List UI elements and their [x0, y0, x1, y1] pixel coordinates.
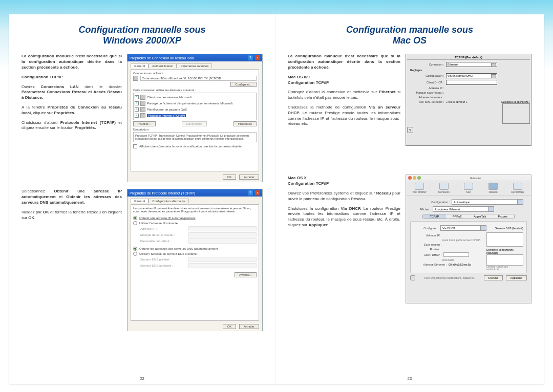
osx-config-select[interactable]: Automatique	[452, 199, 523, 205]
cancel-button[interactable]: Annuler	[239, 175, 259, 180]
tab-tcpip[interactable]: TCP/IP	[423, 214, 446, 219]
cancel-button[interactable]: Annuler	[239, 324, 259, 329]
monitor-icon	[439, 183, 449, 190]
xp-window-title: Propriétés de Connexion au réseau local	[130, 56, 194, 60]
lock-icon[interactable]	[410, 275, 415, 280]
close-icon[interactable]: ×	[255, 55, 260, 60]
osx-search-input[interactable]	[486, 254, 523, 266]
tcpip-icon	[140, 113, 145, 118]
uninstall-button: Désinstaller	[182, 121, 207, 126]
close-icon[interactable]	[408, 176, 412, 180]
properties-button[interactable]: Propriétés	[233, 121, 257, 126]
osx-window-title: Réseau	[422, 177, 529, 180]
osx-toolbar: Tout afficher Moniteurs Son Réseau Démar…	[406, 181, 531, 195]
intro-text: La configuration manuelle n'est nécessai…	[288, 54, 400, 70]
toolbar-sound[interactable]: Son	[458, 183, 479, 193]
toolbar-displays[interactable]: Moniteurs	[434, 183, 454, 193]
section-row-3: La configuration manuelle n'est nécessai…	[288, 54, 531, 146]
checkbox-icon[interactable]	[135, 95, 139, 99]
grid-icon	[415, 183, 424, 190]
osx-configure-select[interactable]: Via DHCP	[440, 225, 486, 231]
tab-general[interactable]: Général	[131, 63, 148, 68]
mac9-connection-select[interactable]: Ethernet	[446, 62, 497, 67]
share-icon	[140, 101, 145, 106]
screenshot-xp-tcpip: Propriétés de Protocole Internet (TCP/IP…	[127, 189, 263, 331]
para-1: Ouvrez Connexions LAN dans le dossier Pa…	[22, 84, 122, 101]
osx-dns-input[interactable]	[486, 232, 523, 247]
adapter-name: Carte réseau 3Com EtherLink XL 10/100 PC…	[140, 76, 257, 81]
section-row-4: Mac OS X Configuration TCP/IP Ouvrez vos…	[288, 175, 531, 303]
checkbox-icon[interactable]	[135, 107, 139, 112]
osx-show-select[interactable]: Adaptateur Ethernet	[433, 206, 494, 212]
toolbar-startup[interactable]: Démarrage	[507, 183, 528, 193]
gateway-input	[188, 238, 257, 244]
title-line2: Windows 2000/XP	[103, 35, 181, 46]
help-icon[interactable]: ?	[407, 127, 413, 133]
checkbox-icon[interactable]	[135, 114, 139, 118]
page-number: 22	[140, 376, 144, 381]
radio-manual-dns[interactable]	[133, 252, 137, 256]
toolbar-showall[interactable]: Tout afficher	[409, 183, 430, 193]
title-line1: Configuration manuelle sous	[346, 25, 473, 35]
xp-titlebar: Propriétés de Connexion au réseau local …	[127, 54, 262, 61]
para-r4: Choisissez la configuration Via DHCP. Le…	[288, 206, 400, 228]
radio-auto-ip[interactable]	[133, 216, 137, 220]
para-r3: Ouvrez vos Préférences système et clique…	[288, 191, 400, 202]
configure-button[interactable]: Configurer...	[230, 82, 257, 87]
revert-button[interactable]: Revenir	[484, 275, 503, 280]
mask-input	[188, 232, 257, 237]
ok-button[interactable]: OK	[223, 324, 237, 329]
page-left: Configuration manuelle sous Windows 2000…	[9, 14, 275, 384]
para-2: A la fenêtre Propriétés de Connexion au …	[22, 105, 122, 116]
tab-altconfig[interactable]: Configuration alternative	[148, 199, 189, 203]
advanced-button[interactable]: Avancé...	[235, 272, 257, 277]
page-right: Configuration manuelle sous Mac OS La co…	[275, 14, 544, 384]
tcpip-item-selected[interactable]: Protocole Internet (TCP/IP)	[147, 114, 186, 117]
zoom-icon[interactable]	[417, 176, 421, 180]
radio-auto-dns[interactable]	[133, 247, 137, 251]
para-r2: Choisissez la méthode de configuration V…	[288, 105, 400, 127]
radio-manual-ip[interactable]	[133, 221, 137, 225]
text-col-1: La configuration manuelle n'est nécessai…	[22, 54, 122, 182]
tcpip-intro: Les paramètres IP peuvent être déterminé…	[133, 207, 257, 213]
label-uses: Cette connexion utilise les éléments sui…	[133, 89, 257, 92]
toolbar-network[interactable]: Réseau	[483, 183, 503, 193]
tab-appletalk[interactable]: AppleTalk	[469, 214, 492, 219]
tab-advanced[interactable]: Paramètres avancés	[177, 63, 212, 68]
mac9-group-label: Réglages	[410, 69, 530, 72]
minimize-icon[interactable]	[413, 176, 416, 180]
mac9-config-select[interactable]: Via un serveur DHCP	[446, 73, 497, 78]
page-title-right: Configuration manuelle sous Mac OS	[288, 25, 531, 46]
component-list[interactable]: Client pour les réseaux Microsoft Partag…	[133, 93, 257, 120]
para-3: Choisissez d'abord Protocole Internet (T…	[22, 120, 122, 132]
mac9-dhcp-client-input[interactable]	[446, 80, 497, 85]
tab-general[interactable]: Général	[131, 199, 148, 203]
install-button[interactable]: Installer...	[133, 121, 156, 126]
mac9-window-title: TCP/IP (Par défaut)	[407, 55, 530, 60]
ok-button[interactable]: OK	[223, 175, 237, 180]
ip-input	[188, 226, 257, 231]
startup-icon	[513, 183, 522, 190]
osx-ethernet-addr: 00:a0:c5:59:ee:5c	[449, 263, 471, 266]
close-icon[interactable]: ×	[255, 190, 260, 195]
osx-dhcp-client-input[interactable]	[443, 252, 469, 257]
text-col-2: Sélectionnez Obtenir une adresse IP auto…	[22, 189, 122, 331]
tab-pppoe[interactable]: PPPoE	[446, 214, 469, 219]
heading-macosx: Mac OS X Configuration TCP/IP	[288, 176, 400, 187]
mac9-search-domains-input[interactable]	[502, 103, 530, 124]
description-text: Protocole TCP/IP (Transmission Control P…	[133, 132, 257, 142]
adapter-icon	[133, 76, 138, 81]
tab-proxies[interactable]: Proxies	[492, 214, 515, 219]
page-title-left: Configuration manuelle sous Windows 2000…	[22, 25, 263, 46]
checkbox-notify[interactable]	[133, 144, 137, 148]
help-icon[interactable]: ?	[248, 190, 253, 195]
document-spread: Configuration manuelle sous Windows 2000…	[9, 14, 544, 384]
tab-auth[interactable]: Authentification	[148, 63, 177, 68]
apply-button[interactable]: Appliquer	[506, 275, 527, 280]
title-line1: Configuration manuelle sous	[78, 25, 205, 35]
osx-panel: Configurer :Via DHCP Serveurs DNS (facul…	[410, 221, 527, 273]
checkbox-icon[interactable]	[135, 101, 139, 105]
heading-macos89: Mac OS 8/9 Configuration TCP/IP	[288, 75, 400, 86]
help-icon[interactable]: ?	[248, 55, 253, 60]
client-icon	[140, 95, 145, 100]
